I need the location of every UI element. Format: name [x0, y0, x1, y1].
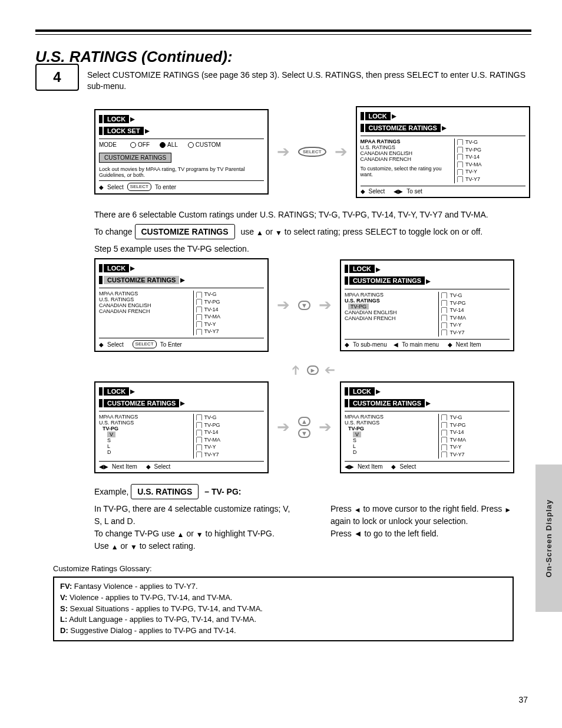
- step-row: 4 Select CUSTOMIZE RATINGS (see page 36 …: [35, 70, 531, 101]
- crumb: LOCK SET: [104, 127, 144, 135]
- crumb: CUSTOMIZE RATINGS: [349, 276, 425, 285]
- step-text: Select CUSTOMIZE RATINGS (see page 36 st…: [87, 70, 531, 92]
- subitem-hl[interactable]: V: [353, 431, 361, 437]
- subitem[interactable]: D: [353, 449, 439, 455]
- select-button[interactable]: SELECT: [298, 147, 326, 157]
- customize-ratings-button[interactable]: CUSTOMIZE RATINGS: [99, 153, 171, 163]
- lock-icon: [441, 307, 447, 313]
- select-button[interactable]: SELECT: [127, 183, 151, 191]
- subitem[interactable]: S: [107, 437, 193, 443]
- triangle-down-icon: ▼: [130, 542, 137, 552]
- paragraph: To change TV-PG use ▲ or ▼ to highlight …: [94, 528, 295, 540]
- lock-icon: [196, 414, 202, 420]
- chevron-right-icon: ▸: [392, 110, 396, 121]
- triangle-down-icon: ▼: [275, 228, 282, 238]
- subitem[interactable]: L: [353, 443, 439, 449]
- panel-customize-hl: LOCK ▸ CUSTOMIZE RATINGS ▸ MPAA RATINGS …: [94, 258, 269, 352]
- triangle-down-icon: ▼: [196, 529, 203, 540]
- hint: Lock out movies by MPAA rating, TV progr…: [99, 166, 264, 178]
- list-item[interactable]: MPAA RATINGS: [99, 414, 193, 420]
- paragraph: Press ◄ to go to the left field.: [330, 528, 531, 540]
- chevron-right-icon: ▸: [442, 122, 447, 133]
- paragraph: To change CUSTOMIZE RATINGS use ▲ or ▼ t…: [94, 224, 531, 239]
- nav-updown-icon: ◆: [448, 341, 452, 348]
- triangle-up-icon: ▲: [177, 529, 184, 540]
- list-item[interactable]: MPAA RATINGS: [345, 292, 439, 298]
- dpad-up-icon[interactable]: ▲: [298, 417, 310, 426]
- nav-updown-icon: ◆: [99, 184, 104, 190]
- arrow-right-icon: ➔: [319, 296, 332, 314]
- list-item[interactable]: CANADIAN ENGLISH: [361, 150, 455, 156]
- chevron-right-icon: ▸: [376, 386, 381, 397]
- panel-tvpg: LOCK ▸ CUSTOMIZE RATINGS ▸ MPAA RATINGS …: [340, 259, 514, 351]
- crumb: LOCK: [349, 265, 375, 273]
- lock-icon: [441, 430, 447, 436]
- crumb: LOCK: [349, 387, 375, 396]
- list-item[interactable]: MPAA RATINGS: [345, 414, 439, 420]
- list-item[interactable]: MPAA RATINGS: [361, 139, 455, 144]
- chevron-right-icon: ▸: [145, 125, 150, 136]
- lock-icon: [196, 321, 202, 327]
- arrow-right-icon: ➔: [335, 143, 348, 161]
- side-tab: On-Screen Display: [535, 465, 562, 612]
- page: U.S. RATINGS (Continued): 4 Select CUSTO…: [0, 0, 562, 677]
- select-button[interactable]: SELECT: [133, 340, 157, 348]
- list-item[interactable]: U.S. RATINGS: [99, 297, 193, 302]
- lock-icon: [441, 330, 447, 335]
- flow-1: LOCK ▸ LOCK SET ▸ MODE OFF ALL CUSTOM CU…: [94, 106, 531, 198]
- lock-icon: [441, 422, 447, 428]
- list-item[interactable]: U.S. RATINGS: [99, 420, 193, 426]
- list-item[interactable]: U.S. RATINGS: [345, 420, 439, 426]
- dpad-down-icon[interactable]: ▼: [298, 429, 310, 438]
- list-item[interactable]: CANADIAN ENGLISH: [99, 302, 193, 308]
- arrow-left-icon: ➔: [325, 363, 335, 378]
- chevron-right-icon: ▸: [130, 262, 135, 274]
- subitem-hl[interactable]: V: [107, 431, 115, 437]
- radio-custom[interactable]: [188, 142, 194, 148]
- nav-leftright-icon: ◀▶: [394, 188, 403, 195]
- dpad-updown: ▲ ▼: [298, 417, 310, 438]
- lock-icon: [457, 154, 463, 160]
- paragraph: Press ◄ to move cursor to the right fiel…: [330, 503, 531, 528]
- side-tab-label: On-Screen Display: [544, 499, 553, 578]
- nav-updown-icon: ◆: [99, 341, 104, 348]
- crumb: LOCK: [365, 112, 391, 120]
- crumb: LOCK: [104, 387, 129, 396]
- hint: To customize, select the rating you want…: [361, 166, 455, 177]
- radio-all[interactable]: [160, 142, 166, 148]
- subitem[interactable]: S: [353, 437, 439, 443]
- lock-icon: [196, 437, 202, 443]
- lock-icon: [441, 292, 447, 298]
- radio-off[interactable]: [130, 142, 136, 148]
- list-item[interactable]: CANADIAN FRENCH: [345, 315, 439, 321]
- panel-tvpg-sub: LOCK ▸ CUSTOMIZE RATINGS ▸ MPAA RATINGS …: [94, 381, 269, 473]
- list-item[interactable]: MPAA RATINGS: [99, 291, 193, 297]
- triangle-right-icon: ►: [504, 505, 511, 515]
- arrow-right-icon: ➔: [277, 418, 290, 436]
- arrow-right-icon: ➔: [277, 143, 290, 161]
- lock-icon: [441, 437, 447, 443]
- list-item[interactable]: U.S. RATINGS: [361, 144, 455, 150]
- lock-icon: [457, 176, 463, 182]
- lock-icon: [196, 314, 202, 320]
- subitem[interactable]: D: [107, 449, 193, 455]
- list-item[interactable]: CANADIAN ENGLISH: [345, 309, 439, 315]
- lock-icon: [441, 300, 447, 306]
- subitem[interactable]: L: [107, 443, 193, 449]
- list-item[interactable]: CANADIAN FRENCH: [99, 308, 193, 314]
- flow-2b: LOCK ▸ CUSTOMIZE RATINGS ▸ MPAA RATINGS …: [94, 381, 531, 473]
- dpad-down-icon[interactable]: ▼: [298, 301, 310, 310]
- list-item[interactable]: CANADIAN FRENCH: [361, 156, 455, 162]
- chevron-right-icon: ▸: [130, 113, 135, 124]
- chevron-right-icon: ▸: [180, 274, 185, 285]
- rule-thin: [35, 34, 531, 35]
- list-item[interactable]: U.S. RATINGS: [345, 298, 439, 304]
- lock-icon: [196, 307, 202, 312]
- chevron-right-icon: ▸: [426, 397, 431, 409]
- panel-nav: ◆Select SELECTTo enter: [99, 180, 264, 191]
- lock-icon: [441, 414, 447, 420]
- dpad-right-icon[interactable]: ►: [307, 365, 319, 375]
- lock-icon: [441, 452, 447, 457]
- page-title: U.S. RATINGS (Continued):: [35, 48, 531, 66]
- nav-updown-icon: ◆: [146, 463, 151, 470]
